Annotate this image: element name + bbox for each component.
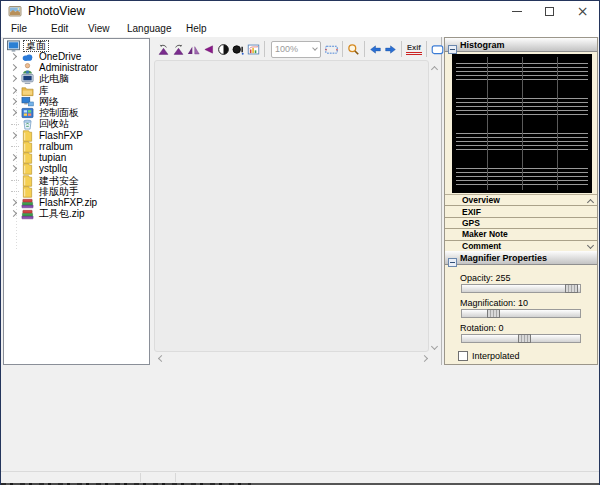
expand-chevron-icon[interactable] bbox=[9, 109, 16, 116]
tree-item[interactable]: Administrator bbox=[4, 63, 149, 74]
image-view-pane: 100% Exif bbox=[153, 37, 442, 365]
menu-item[interactable]: Language bbox=[127, 21, 172, 37]
scroll-up-arrow[interactable] bbox=[432, 64, 439, 71]
collapse-icon[interactable] bbox=[448, 253, 457, 262]
rotation-slider[interactable] bbox=[461, 334, 581, 343]
opacity-slider-thumb[interactable] bbox=[565, 284, 578, 293]
tree-item[interactable]: tupian bbox=[4, 153, 149, 164]
menu-item[interactable]: Edit bbox=[51, 21, 68, 37]
tree-item[interactable]: 库 bbox=[4, 85, 149, 96]
magnifier-panel-header[interactable]: Magnifier Properties bbox=[445, 251, 597, 265]
magnifier-properties: Opacity: 255 Magnification: 10 Rotation:… bbox=[445, 273, 597, 361]
folder-tree: 桌面 OneDrive Administrator 此电脑 bbox=[3, 38, 150, 365]
tree-item[interactable]: rralbum bbox=[4, 141, 149, 152]
previous-image-button[interactable] bbox=[368, 41, 383, 57]
opacity-slider[interactable] bbox=[461, 284, 581, 293]
tree-item[interactable]: 工具包.zip bbox=[4, 209, 149, 220]
exif-button[interactable]: Exif bbox=[405, 41, 423, 57]
toolbar-separator bbox=[364, 41, 365, 57]
info-tab[interactable]: Maker Note bbox=[445, 229, 597, 240]
magnification-label: Magnification: 10 bbox=[460, 298, 597, 308]
menu-item[interactable]: Help bbox=[186, 21, 207, 37]
toolbar: 100% Exif bbox=[153, 39, 441, 59]
tree-item[interactable]: FlashFXP.zip bbox=[4, 198, 149, 209]
expand-chevron-icon[interactable] bbox=[11, 146, 19, 147]
tree-item[interactable]: ystpllq bbox=[4, 164, 149, 175]
info-tab[interactable]: Overview bbox=[445, 195, 597, 206]
toolbar-separator bbox=[426, 41, 427, 57]
folder-icon bbox=[21, 130, 37, 142]
info-tab[interactable]: Comment bbox=[445, 241, 597, 251]
expand-chevron-icon[interactable] bbox=[11, 180, 19, 181]
menu-item[interactable]: File bbox=[11, 21, 27, 37]
network-icon bbox=[21, 96, 37, 108]
minimize-icon bbox=[512, 11, 522, 12]
selection-button[interactable] bbox=[324, 41, 339, 57]
info-tab[interactable]: EXIF bbox=[445, 206, 597, 217]
expand-chevron-icon[interactable] bbox=[9, 75, 16, 82]
fit-window-button[interactable] bbox=[430, 41, 445, 57]
gamma-button[interactable] bbox=[231, 41, 246, 57]
scroll-down-arrow[interactable] bbox=[432, 344, 439, 351]
tree-item[interactable]: 控制面板 bbox=[4, 108, 149, 119]
interpolated-checkbox[interactable] bbox=[458, 351, 468, 361]
expand-chevron-icon[interactable] bbox=[9, 132, 16, 139]
cloud-icon bbox=[21, 51, 37, 63]
expand-chevron-icon[interactable] bbox=[9, 210, 16, 217]
info-list-scrollbar[interactable] bbox=[586, 195, 597, 251]
info-tab[interactable]: GPS bbox=[445, 218, 597, 229]
tree-item[interactable]: OneDrive bbox=[4, 51, 149, 62]
expand-chevron-icon[interactable] bbox=[9, 154, 16, 161]
scroll-up-arrow[interactable] bbox=[588, 197, 595, 204]
rotate-left-button[interactable] bbox=[156, 41, 171, 57]
folder-icon bbox=[21, 186, 37, 198]
expand-chevron-icon[interactable] bbox=[9, 165, 16, 172]
histogram-button[interactable] bbox=[246, 41, 261, 57]
scroll-right-arrow[interactable] bbox=[422, 356, 429, 363]
collapse-icon[interactable] bbox=[448, 40, 457, 49]
image-canvas bbox=[153, 59, 442, 365]
tree-item[interactable]: 桌面 bbox=[4, 40, 149, 51]
title-bar: PhotoView × bbox=[1, 1, 599, 21]
next-image-button[interactable] bbox=[383, 41, 398, 57]
expand-chevron-icon[interactable] bbox=[11, 191, 19, 192]
rotation-slider-thumb[interactable] bbox=[518, 334, 531, 343]
zoom-level-combobox[interactable]: 100% bbox=[271, 41, 321, 58]
scroll-left-arrow[interactable] bbox=[157, 356, 164, 363]
rotate-right-button[interactable] bbox=[171, 41, 186, 57]
magnifier-button[interactable] bbox=[346, 41, 361, 57]
scroll-down-arrow[interactable] bbox=[588, 243, 595, 250]
zip-icon bbox=[21, 197, 37, 209]
tree-item[interactable]: 回收站 bbox=[4, 119, 149, 130]
expand-chevron-icon[interactable] bbox=[11, 124, 19, 125]
expand-chevron-icon[interactable] bbox=[9, 87, 16, 94]
image-canvas-area bbox=[154, 60, 429, 352]
magnification-slider-thumb[interactable] bbox=[487, 309, 500, 318]
chevron-down-icon bbox=[312, 45, 318, 51]
toolbar-separator bbox=[342, 41, 343, 57]
recycle-bin-icon bbox=[21, 118, 37, 130]
histogram-grid-line-v bbox=[522, 57, 523, 190]
flip-horizontal-button[interactable] bbox=[186, 41, 201, 57]
tree-item[interactable]: 网络 bbox=[4, 96, 149, 107]
tree-item[interactable]: 排版助手 bbox=[4, 186, 149, 197]
magnification-slider[interactable] bbox=[461, 309, 581, 318]
expand-chevron-icon[interactable] bbox=[9, 64, 16, 71]
libraries-icon bbox=[21, 85, 37, 97]
flip-vertical-button[interactable] bbox=[201, 41, 216, 57]
info-tab-list: Overview EXIF GPS Maker Note Comment bbox=[445, 194, 597, 251]
tree-item[interactable]: 建书安全 bbox=[4, 175, 149, 186]
maximize-button[interactable] bbox=[533, 1, 566, 21]
minimize-button[interactable] bbox=[500, 1, 533, 21]
tree-item[interactable]: FlashFXP bbox=[4, 130, 149, 141]
menu-item[interactable]: View bbox=[88, 21, 110, 37]
contrast-button[interactable] bbox=[216, 41, 231, 57]
histogram-panel-header[interactable]: Histogram bbox=[445, 38, 597, 52]
expand-chevron-icon[interactable] bbox=[9, 53, 16, 60]
expand-chevron-icon[interactable] bbox=[9, 199, 16, 206]
close-button[interactable]: × bbox=[566, 1, 599, 21]
expand-chevron-icon[interactable] bbox=[9, 98, 16, 105]
status-separator bbox=[140, 473, 141, 482]
rotation-label: Rotation: 0 bbox=[460, 323, 597, 333]
tree-item[interactable]: 此电脑 bbox=[4, 74, 149, 85]
